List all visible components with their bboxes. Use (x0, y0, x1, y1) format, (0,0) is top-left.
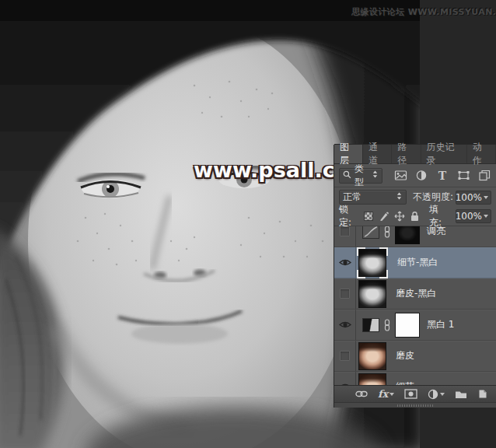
checkerboard-icon (364, 212, 373, 221)
new-group-button[interactable] (455, 388, 467, 401)
filter-kind-label: 类型 (355, 163, 369, 189)
adjustment-circle-icon (428, 389, 438, 400)
layer-list: 调亮 细节-黑白 磨皮-黑白 (334, 226, 496, 385)
move-icon (394, 211, 405, 222)
filter-adjustment-layers-button[interactable] (414, 170, 428, 182)
filter-icon-group: T (393, 170, 491, 182)
layer-row-heibai-1[interactable]: 黑白 1 (334, 310, 496, 341)
layers-panel: 图层 通道 路径 历史记录 动作 类型 (334, 145, 496, 408)
blend-row: 正常 不透明度: 100% (334, 187, 496, 207)
layer-mask-thumbnail[interactable] (395, 313, 420, 338)
link-icon (355, 390, 368, 398)
layer-visibility-toggle[interactable] (334, 372, 356, 385)
layer-name: 细节 (396, 380, 414, 385)
visibility-off-well (340, 289, 350, 299)
layer-row-xijie-heibai[interactable]: 细节-黑白 (334, 247, 496, 278)
filter-shape-layers-button[interactable] (456, 170, 470, 182)
layer-thumbnail[interactable] (358, 342, 386, 370)
updown-arrows-icon (372, 170, 379, 181)
panel-tab-bar: 图层 通道 路径 历史记录 动作 (334, 145, 496, 164)
tab-actions[interactable]: 动作 (467, 145, 496, 163)
opacity-label: 不透明度: (413, 191, 453, 204)
caret-down-icon (389, 393, 394, 396)
layer-visibility-toggle[interactable] (334, 310, 356, 340)
selected-thumbnail-frame (357, 247, 388, 278)
layer-thumbnail[interactable] (358, 249, 386, 277)
layer-row-mopi[interactable]: 磨皮 (334, 341, 496, 372)
chain-link-icon (383, 319, 391, 331)
opacity-value[interactable]: 100% (456, 191, 491, 205)
tab-layers[interactable]: 图层 (334, 145, 363, 163)
panel-resize-grip[interactable] (334, 402, 496, 408)
layer-visibility-toggle[interactable] (334, 226, 356, 247)
caret-down-icon (484, 215, 488, 218)
curves-adjustment-icon[interactable] (362, 226, 379, 239)
filter-smart-object-button[interactable] (477, 170, 491, 182)
fill-value-text: 100% (456, 211, 482, 222)
mask-icon (404, 389, 417, 399)
layer-mask-thumbnail[interactable] (395, 226, 420, 244)
site-watermark: 思缘设计论坛 WWW.MISSYUAN.COM (351, 6, 494, 18)
new-adjustment-layer-button[interactable] (428, 388, 445, 401)
lock-row: 锁定: 填充: 100% (334, 207, 496, 226)
lock-transparency-button[interactable] (363, 211, 373, 222)
caret-down-icon (440, 393, 445, 396)
tab-channels[interactable]: 通道 (363, 145, 392, 163)
filter-type-layers-button[interactable]: T (435, 170, 449, 182)
eye-icon (339, 320, 351, 329)
link-layers-button[interactable] (355, 388, 368, 401)
opacity-value-text: 100% (456, 192, 482, 203)
layer-row-xijie[interactable]: 细节 (334, 372, 496, 385)
caret-down-icon (484, 196, 488, 199)
layer-row-tiaoliang[interactable]: 调亮 (334, 226, 496, 247)
eye-icon (339, 258, 351, 267)
black-white-adjustment-icon[interactable] (362, 318, 379, 332)
add-layer-mask-button[interactable] (404, 388, 417, 401)
layer-thumbnail[interactable] (358, 280, 386, 308)
layer-visibility-toggle[interactable] (334, 341, 356, 371)
tab-history[interactable]: 历史记录 (421, 145, 467, 163)
updown-arrows-icon (396, 191, 403, 203)
new-layer-icon (477, 389, 487, 399)
layer-visibility-toggle[interactable] (334, 247, 356, 278)
layer-thumbnail[interactable] (358, 373, 386, 386)
panel-footer: fx (334, 385, 496, 402)
layer-style-button[interactable]: fx (378, 388, 394, 401)
filter-pixel-layers-button[interactable] (393, 170, 407, 182)
eye-icon (339, 383, 351, 385)
layer-name: 调亮 (427, 226, 445, 238)
tab-paths[interactable]: 路径 (392, 145, 421, 163)
layer-name: 黑白 1 (427, 318, 454, 331)
new-layer-button[interactable] (477, 388, 487, 401)
lock-label: 锁定: (339, 203, 358, 229)
lock-icon (410, 211, 420, 222)
fill-value[interactable]: 100% (456, 209, 491, 223)
visibility-off-well (340, 226, 350, 236)
layer-filter-row: 类型 T (334, 164, 496, 187)
fill-label: 填充: (429, 203, 449, 229)
visibility-off-well (340, 351, 350, 361)
fx-icon: fx (378, 388, 388, 400)
layer-name: 细节-黑白 (397, 256, 438, 269)
lock-position-button[interactable] (394, 211, 405, 222)
search-icon (343, 170, 351, 181)
photoshop-screenshot: 思缘设计论坛 WWW.MISSYUAN.COM www.psall.com 图层… (0, 0, 496, 448)
layer-row-mopi-heibai[interactable]: 磨皮-黑白 (334, 278, 496, 310)
lock-all-button[interactable] (410, 211, 420, 222)
lock-paint-button[interactable] (379, 211, 389, 222)
layer-name: 磨皮 (396, 349, 414, 362)
folder-icon (455, 390, 467, 399)
brush-icon (379, 211, 389, 222)
layer-name: 磨皮-黑白 (396, 287, 436, 300)
blend-mode-value: 正常 (343, 191, 393, 204)
filter-kind-combo[interactable]: 类型 (339, 168, 382, 184)
layer-visibility-toggle[interactable] (334, 278, 356, 309)
chain-link-icon (383, 226, 391, 238)
